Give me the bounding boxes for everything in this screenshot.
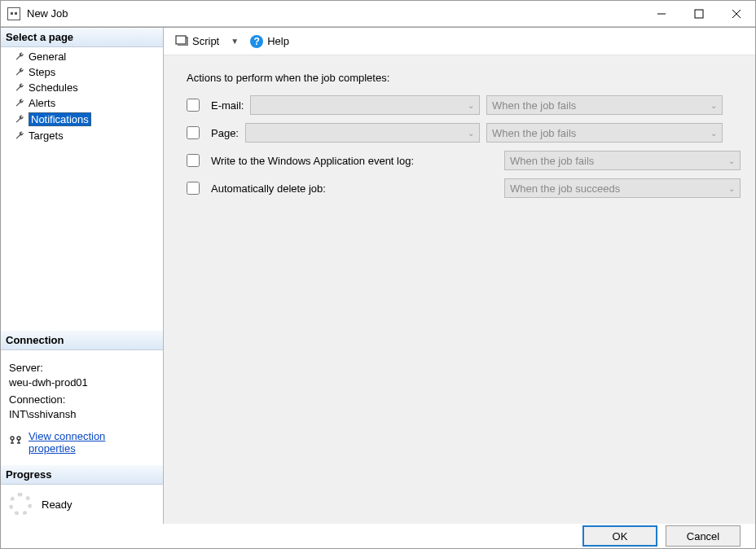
page-nav-list: General Steps Schedules Alerts Notificat… [1, 47, 163, 150]
sidebar-item-label: Alerts [29, 97, 55, 109]
wrench-icon [14, 82, 25, 94]
sidebar-item-notifications[interactable]: Notifications [1, 111, 163, 128]
email-when-select[interactable]: When the job fails ⌄ [486, 95, 723, 115]
option-row-eventlog: Write to the Windows Application event l… [187, 151, 741, 170]
minimize-button[interactable] [643, 1, 680, 26]
chevron-down-icon: ⌄ [468, 101, 474, 110]
eventlog-when-value: When the job fails [510, 155, 594, 167]
autodelete-checkbox[interactable] [187, 182, 200, 195]
help-button[interactable]: ? Help [247, 33, 292, 50]
close-button[interactable] [718, 1, 755, 26]
eventlog-checkbox[interactable] [187, 154, 200, 167]
autodelete-label: Automatically delete job: [211, 182, 498, 195]
select-page-header: Select a page [1, 28, 163, 47]
cancel-button[interactable]: Cancel [666, 525, 741, 547]
sidebar-item-label: Steps [29, 66, 55, 78]
page-operator-select[interactable]: ⌄ [245, 123, 480, 143]
cancel-button-label: Cancel [687, 530, 719, 542]
svg-point-5 [17, 437, 20, 440]
app-icon [7, 7, 20, 20]
progress-spinner-icon [9, 493, 32, 516]
script-dropdown-icon[interactable]: ▼ [227, 35, 242, 47]
titlebar: New Job [1, 1, 755, 27]
button-bar: OK Cancel [1, 524, 755, 549]
ok-button[interactable]: OK [582, 525, 657, 547]
connection-label: Connection: [9, 393, 155, 406]
instruction-text: Actions to perform when the job complete… [187, 72, 741, 84]
wrench-icon [14, 130, 25, 142]
option-row-autodelete: Automatically delete job: When the job s… [187, 178, 741, 198]
script-icon [175, 34, 188, 48]
eventlog-label: Write to the Windows Application event l… [211, 155, 498, 167]
sidebar-item-alerts[interactable]: Alerts [1, 95, 163, 111]
wrench-icon [14, 67, 25, 78]
eventlog-when-select[interactable]: When the job fails ⌄ [504, 151, 741, 170]
chevron-down-icon: ⌄ [710, 101, 717, 110]
progress-panel: Ready [1, 485, 163, 524]
page-when-value: When the job fails [492, 127, 576, 139]
toolbar: Script ▼ ? Help [164, 28, 755, 55]
sidebar: Select a page General Steps Schedules Al… [1, 28, 164, 524]
autodelete-when-value: When the job succeeds [510, 182, 620, 195]
script-label: Script [192, 35, 219, 47]
chevron-down-icon: ⌄ [710, 129, 717, 138]
sidebar-item-label: Targets [29, 130, 64, 142]
window-title: New Job [27, 7, 643, 20]
email-label: E-mail: [211, 99, 244, 112]
server-label: Server: [9, 362, 155, 374]
page-when-select[interactable]: When the job fails ⌄ [486, 123, 723, 143]
content: Script ▼ ? Help Actions to perform when … [164, 28, 755, 524]
progress-header: Progress [1, 465, 163, 485]
chevron-down-icon: ⌄ [728, 156, 735, 165]
sidebar-item-label: General [29, 51, 66, 63]
svg-point-4 [11, 437, 14, 440]
sidebar-item-label: Notifications [29, 112, 91, 126]
wrench-icon [14, 51, 25, 63]
wrench-icon [14, 114, 25, 125]
chevron-down-icon: ⌄ [468, 129, 474, 138]
notifications-panel: Actions to perform when the job complete… [164, 55, 755, 524]
maximize-button[interactable] [680, 1, 718, 26]
help-icon: ? [250, 35, 263, 48]
chevron-down-icon: ⌄ [728, 184, 735, 193]
page-checkbox[interactable] [187, 126, 200, 139]
ok-button-label: OK [613, 530, 628, 542]
option-row-page: Page: ⌄ When the job fails ⌄ [187, 123, 741, 143]
help-label: Help [267, 35, 289, 47]
wrench-icon [14, 98, 25, 109]
page-label: Page: [211, 127, 239, 139]
svg-rect-1 [695, 10, 703, 18]
server-value: weu-dwh-prod01 [9, 376, 155, 389]
window-controls [643, 1, 755, 26]
connection-value: INT\sshivansh [9, 408, 155, 420]
connection-properties-icon [9, 436, 24, 450]
email-when-value: When the job fails [492, 99, 576, 112]
sidebar-item-general[interactable]: General [1, 49, 163, 64]
sidebar-item-schedules[interactable]: Schedules [1, 80, 163, 95]
email-operator-select[interactable]: ⌄ [250, 95, 480, 115]
connection-header: Connection [1, 331, 163, 350]
option-row-email: E-mail: ⌄ When the job fails ⌄ [187, 95, 741, 115]
svg-rect-10 [176, 36, 186, 44]
view-connection-properties-link[interactable]: View connection properties [29, 430, 155, 455]
autodelete-when-select[interactable]: When the job succeeds ⌄ [504, 178, 741, 198]
sidebar-item-steps[interactable]: Steps [1, 64, 163, 80]
script-button[interactable]: Script [172, 33, 222, 50]
progress-status: Ready [42, 498, 73, 511]
sidebar-item-label: Schedules [29, 81, 78, 94]
email-checkbox[interactable] [187, 99, 200, 112]
connection-panel: Server: weu-dwh-prod01 Connection: INT\s… [1, 350, 163, 465]
sidebar-item-targets[interactable]: Targets [1, 128, 163, 143]
